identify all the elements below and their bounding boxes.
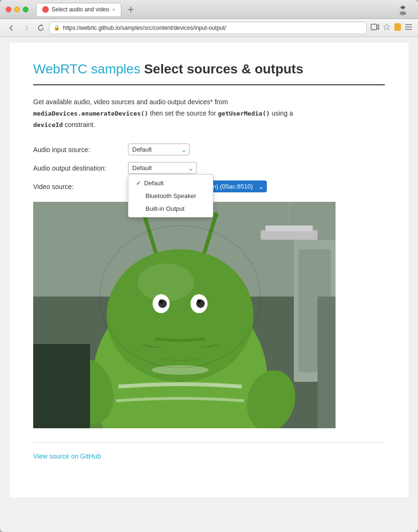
page-divider xyxy=(33,442,385,443)
description: Get available audio, video sources and a… xyxy=(33,97,385,130)
audio-input-select-wrapper: Default ⌄ xyxy=(128,144,190,155)
dropdown-label-builtin: Built-in Output xyxy=(145,205,184,212)
profile-icon xyxy=(395,2,410,17)
browser-controls: 🔒 https://webrtc.github.io/samples/src/c… xyxy=(0,19,418,37)
audio-input-row: Audio input source: Default ⌄ xyxy=(33,144,385,155)
new-tab-button[interactable] xyxy=(124,3,137,16)
audio-output-select-wrapper: Default Bluetooth Speaker Built-in Outpu… xyxy=(128,162,197,174)
desc-text-1: Get available audio, video sources and a… xyxy=(33,98,228,106)
audio-output-select[interactable]: Default Bluetooth Speaker Built-in Outpu… xyxy=(128,162,197,174)
tab-favicon xyxy=(42,6,49,13)
dropdown-item-default[interactable]: Default xyxy=(128,177,213,189)
browser-window: Select audio and video × xyxy=(0,0,418,532)
video-source-label: Video source: xyxy=(33,183,128,190)
page-content: WebRTC samples Select sources & outputs … xyxy=(9,43,409,497)
back-button[interactable] xyxy=(6,22,17,34)
dropdown-item-builtin[interactable]: Built-in Output xyxy=(128,202,213,215)
page-title: WebRTC samples Select sources & outputs xyxy=(33,62,385,77)
select-title-part: Select sources & outputs xyxy=(144,62,303,76)
audio-input-select[interactable]: Default xyxy=(128,144,190,155)
svg-point-23 xyxy=(213,212,218,218)
desc-text-3: using a xyxy=(272,109,293,117)
toolbar-icons xyxy=(371,23,412,32)
svg-rect-13 xyxy=(265,225,313,231)
svg-rect-36 xyxy=(318,297,336,428)
lock-icon: 🔒 xyxy=(54,25,60,31)
star-icon[interactable] xyxy=(383,23,391,32)
desc-code-1: mediaDevices.enumerateDevices() xyxy=(33,110,148,117)
url-text: https://webrtc.github.io/samples/src/con… xyxy=(63,25,363,31)
tab-title: Select audio and video xyxy=(52,6,109,13)
address-bar[interactable]: 🔒 https://webrtc.github.io/samples/src/c… xyxy=(49,22,367,34)
video-camera-icon[interactable] xyxy=(371,24,379,32)
minimize-button[interactable] xyxy=(14,7,20,12)
svg-rect-2 xyxy=(400,7,405,8)
tab-close-icon[interactable]: × xyxy=(112,7,115,12)
svg-rect-35 xyxy=(33,344,90,428)
dropdown-item-bluetooth[interactable]: Bluetooth Speaker xyxy=(128,189,213,202)
audio-output-dropdown: Default Bluetooth Speaker Built-in Outpu… xyxy=(128,174,213,217)
svg-point-34 xyxy=(137,263,194,301)
svg-rect-4 xyxy=(395,24,400,30)
svg-point-30 xyxy=(152,365,209,375)
reload-button[interactable] xyxy=(36,23,45,33)
maximize-button[interactable] xyxy=(23,7,28,12)
audio-input-label: Audio input source: xyxy=(33,146,128,153)
svg-point-29 xyxy=(197,299,201,303)
bookmark-icon[interactable] xyxy=(394,23,401,32)
svg-point-1 xyxy=(400,11,406,15)
desc-text-2: then set the source for xyxy=(150,109,218,117)
svg-rect-3 xyxy=(371,24,377,30)
audio-output-label: Audio output destination: xyxy=(33,164,128,172)
traffic-lights xyxy=(6,7,28,12)
tab-bar: Select audio and video × xyxy=(36,3,391,16)
svg-rect-12 xyxy=(261,230,318,240)
close-button[interactable] xyxy=(6,7,11,12)
android-mascot xyxy=(33,202,336,428)
github-link[interactable]: View source on GitHub xyxy=(33,452,101,460)
menu-icon[interactable] xyxy=(405,24,412,32)
desc-text-4: constraint. xyxy=(65,121,96,128)
desc-code-3: deviceId xyxy=(33,121,63,128)
active-tab[interactable]: Select audio and video × xyxy=(36,3,121,16)
mascot-svg xyxy=(33,202,336,428)
dropdown-check-default: Default xyxy=(144,180,164,187)
audio-output-row: Audio output destination: Default Blueto… xyxy=(33,162,385,174)
title-bar: Select audio and video × xyxy=(0,0,418,19)
desc-code-2: getUserMedia() xyxy=(218,110,270,117)
dropdown-label-bluetooth: Bluetooth Speaker xyxy=(145,192,196,199)
webrtc-title-part: WebRTC samples xyxy=(33,62,140,76)
forward-button[interactable] xyxy=(21,22,32,34)
form-area: Audio input source: Default ⌄ Audio outp… xyxy=(33,144,385,192)
video-preview xyxy=(33,202,336,428)
page-header: WebRTC samples Select sources & outputs xyxy=(33,62,385,85)
